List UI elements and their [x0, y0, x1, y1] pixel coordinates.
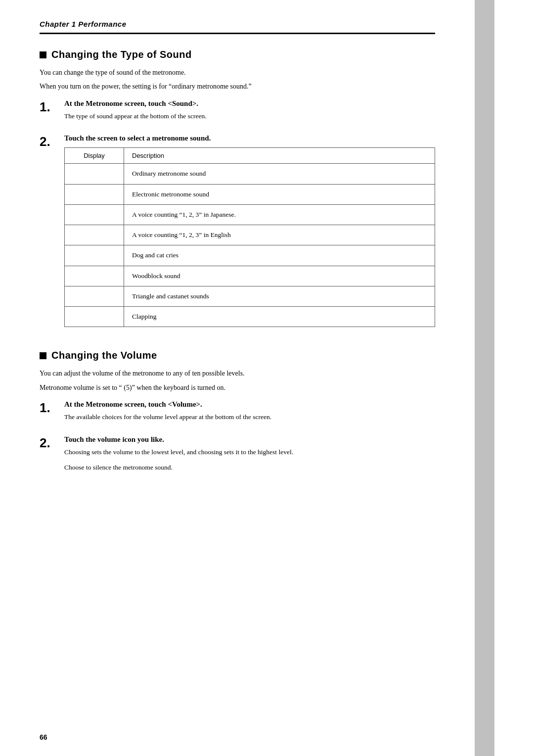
- table-cell-desc-3: A voice counting “1, 2, 3” in English: [124, 225, 435, 245]
- vol-step1-desc: The available choices for the volume lev…: [64, 412, 435, 423]
- page-number: 66: [40, 733, 47, 741]
- table-cell-display-3: [65, 225, 124, 245]
- section1-title: Changing the Type of Sound: [51, 49, 192, 60]
- section1-heading: Changing the Type of Sound: [40, 49, 435, 60]
- section2-title: Changing the Volume: [51, 350, 157, 361]
- table-cell-desc-4: Dog and cat cries: [124, 245, 435, 266]
- vol-step1-number: 1.: [40, 401, 64, 414]
- section2-heading: Changing the Volume: [40, 350, 435, 361]
- table-row: A voice counting “1, 2, 3” in English: [65, 225, 435, 245]
- vol-step1-content: At the Metronome screen, touch <Volume>.…: [64, 400, 435, 427]
- table-cell-display-7: [65, 307, 124, 327]
- chapter-title: Chapter 1 Performance: [40, 20, 127, 28]
- table-cell-display-0: [65, 164, 124, 184]
- table-row: A voice counting “1, 2, 3” in Japanese.: [65, 204, 435, 225]
- step1-number: 1.: [40, 100, 64, 113]
- section2-step2: 2. Touch the volume icon you like. Choos…: [40, 435, 435, 478]
- section1-step1: 1. At the Metronome screen, touch <Sound…: [40, 99, 435, 127]
- step1-desc: The type of sound appear at the bottom o…: [64, 111, 435, 122]
- table-cell-display-5: [65, 266, 124, 286]
- table-cell-display-1: [65, 184, 124, 204]
- sound-type-table: Display Description Ordinary metronome s…: [64, 147, 435, 327]
- table-cell-display-2: [65, 204, 124, 225]
- table-row: Clapping: [65, 307, 435, 327]
- table-row: Triangle and castanet sounds: [65, 286, 435, 306]
- section2-intro1: You can adjust the volume of the metrono…: [40, 368, 435, 379]
- vol-step2-number: 2.: [40, 436, 64, 449]
- table-cell-desc-2: A voice counting “1, 2, 3” in Japanese.: [124, 204, 435, 225]
- step2-title: Touch the screen to select a metronome s…: [64, 134, 435, 142]
- step1-content: At the Metronome screen, touch <Sound>. …: [64, 99, 435, 127]
- section1-step2: 2. Touch the screen to select a metronom…: [40, 134, 435, 342]
- table-row: Woodblock sound: [65, 266, 435, 286]
- vol-step2-title: Touch the volume icon you like.: [64, 435, 435, 444]
- section1-square-icon: [40, 51, 46, 58]
- table-cell-desc-5: Woodblock sound: [124, 266, 435, 286]
- table-header-display: Display: [65, 148, 124, 164]
- table-row: Electronic metronome sound: [65, 184, 435, 204]
- chapter-header: Chapter 1 Performance: [40, 20, 435, 34]
- step2-content: Touch the screen to select a metronome s…: [64, 134, 435, 342]
- table-cell-desc-6: Triangle and castanet sounds: [124, 286, 435, 306]
- section2-step1: 1. At the Metronome screen, touch <Volum…: [40, 400, 435, 427]
- table-cell-display-4: [65, 245, 124, 266]
- right-sidebar: [475, 0, 494, 756]
- section1-intro2: When you turn on the power, the setting …: [40, 81, 435, 92]
- step1-title: At the Metronome screen, touch <Sound>.: [64, 99, 435, 108]
- section2-square-icon: [40, 352, 46, 359]
- vol-step2-content: Touch the volume icon you like. Choosing…: [64, 435, 435, 478]
- vol-step2-desc2: Choose to silence the metronome sound.: [64, 462, 435, 473]
- step2-number: 2.: [40, 135, 64, 148]
- section2-intro2: Metronome volume is set to “ (5)” when t…: [40, 382, 435, 393]
- section1-intro1: You can change the type of sound of the …: [40, 67, 435, 78]
- table-header-desc: Description: [124, 148, 435, 164]
- table-row: Ordinary metronome sound: [65, 164, 435, 184]
- table-row: Dog and cat cries: [65, 245, 435, 266]
- table-cell-desc-0: Ordinary metronome sound: [124, 164, 435, 184]
- table-cell-desc-7: Clapping: [124, 307, 435, 327]
- vol-step2-desc1: Choosing sets the volume to the lowest l…: [64, 447, 435, 458]
- vol-step1-title: At the Metronome screen, touch <Volume>.: [64, 400, 435, 409]
- table-cell-display-6: [65, 286, 124, 306]
- table-cell-desc-1: Electronic metronome sound: [124, 184, 435, 204]
